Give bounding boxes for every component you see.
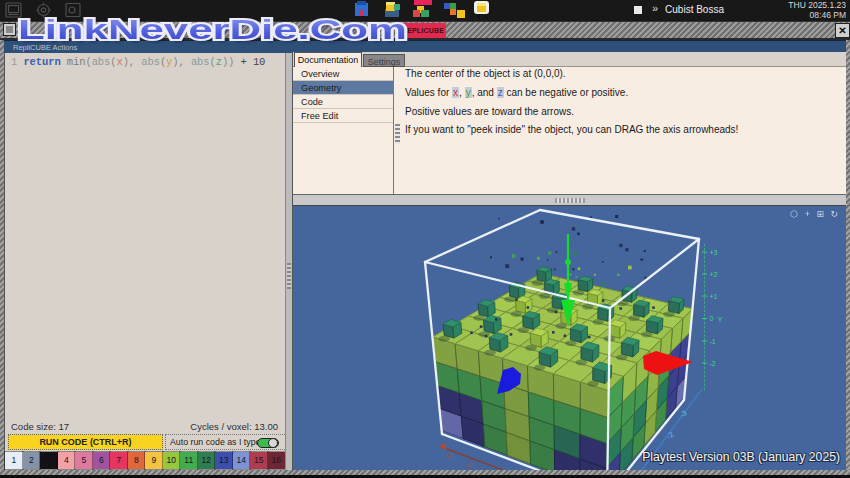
svg-text:Y: Y <box>718 315 723 324</box>
svg-text:+1: +1 <box>710 293 718 300</box>
svg-text:0: 0 <box>710 315 714 322</box>
svg-text:-1: -1 <box>710 338 716 345</box>
svg-text:+3: +3 <box>710 249 718 256</box>
svg-text:-2: -2 <box>710 360 716 367</box>
svg-text:+2: +2 <box>710 271 718 278</box>
